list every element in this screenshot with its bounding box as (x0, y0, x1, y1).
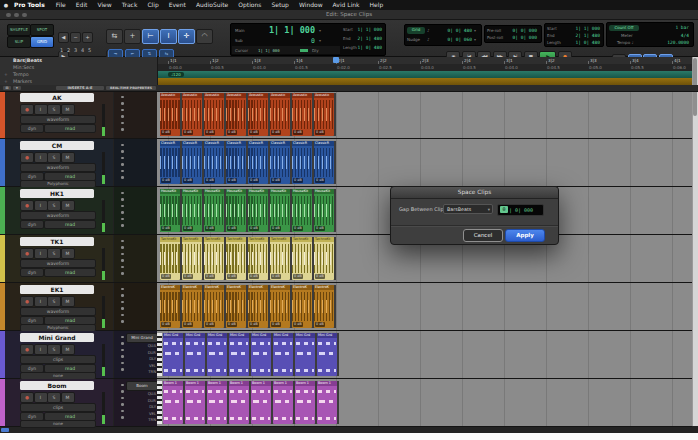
clip[interactable]: TechnoKt0 dB (292, 237, 312, 280)
track-input-button[interactable]: I (34, 296, 48, 307)
clip-gain-badge[interactable]: 0 dB (249, 130, 259, 135)
clip-gain-badge[interactable]: 0 dB (315, 226, 325, 231)
clip[interactable]: Acoustic0 dB (182, 93, 202, 136)
mode-grid-button[interactable]: GRID (30, 36, 54, 48)
apple-menu-icon[interactable]: ● (0, 0, 12, 10)
track-input-button[interactable]: I (34, 248, 48, 259)
insert-slot-dot[interactable] (121, 122, 124, 125)
insert-slot-dot[interactable] (121, 307, 124, 310)
clip[interactable]: ElectroK0 dB (160, 285, 180, 328)
clip-gain-badge[interactable]: 0 dB (183, 322, 193, 327)
track-extra-selector[interactable]: none (20, 420, 96, 428)
clip[interactable]: HouseKit0 dB (204, 189, 224, 232)
clip-gain-badge[interactable]: 0 dB (161, 226, 171, 231)
clip-gain-badge[interactable]: 0 dB (205, 178, 215, 183)
menu-setup[interactable]: Setup (266, 0, 293, 10)
zoom-preset-5[interactable]: 5 (86, 47, 93, 53)
clip[interactable]: ElectroK0 dB (226, 285, 246, 328)
clip[interactable]: HouseKit0 dB (314, 189, 334, 232)
track-automation-selector[interactable]: read (44, 268, 96, 278)
track-mute-button[interactable]: M (61, 392, 75, 403)
insert-slot-dot[interactable] (121, 109, 124, 112)
nudge-value[interactable]: 0| 0| 060 (439, 37, 472, 42)
clip[interactable]: HouseKit0 dB (226, 189, 246, 232)
insert-slot-dot[interactable] (121, 384, 124, 387)
insert-slot-dot[interactable] (121, 128, 124, 131)
clip-gain-badge[interactable]: 0 dB (249, 226, 259, 231)
clip[interactable]: Mini Grd (185, 333, 205, 376)
clip-gain-badge[interactable]: 0 dB (315, 130, 325, 135)
zoom-preset-3[interactable]: 3 (72, 47, 79, 53)
clip-gain-badge[interactable]: 0 dB (183, 130, 193, 135)
clip-gain-badge[interactable]: 0 dB (293, 130, 303, 135)
track-record-button[interactable]: ● (20, 296, 34, 307)
track-name[interactable]: EK1 (20, 285, 94, 294)
insert-slot-dot[interactable] (121, 403, 124, 406)
insert-slot-dot[interactable] (121, 150, 124, 153)
clip[interactable]: TechnoKt0 dB (270, 237, 290, 280)
clip[interactable]: ClassicR0 dB (160, 141, 180, 184)
insert-plugin-chip[interactable]: Mini Grand (126, 333, 158, 343)
clip-gain-badge[interactable]: 0 dB (227, 226, 237, 231)
grid-dropdown-icon[interactable]: ▾ (474, 28, 476, 33)
clip[interactable]: Boom 1 (251, 381, 271, 424)
zoom-preset-2[interactable]: 2 (65, 47, 72, 53)
track-lane[interactable]: Boom 1Boom 1Boom 1Boom 1Boom 1Boom 1Boom… (157, 379, 692, 426)
clip[interactable]: Acoustic0 dB (292, 93, 312, 136)
clip-gain-badge[interactable]: 0 dB (161, 274, 171, 279)
track-lane[interactable]: Mini GrdMini GrdMini GrdMini GrdMini Grd… (157, 331, 692, 378)
track-solo-button[interactable]: S (47, 248, 61, 259)
clip[interactable]: Mini Grd (229, 333, 249, 376)
track-view-selector[interactable]: clips (20, 403, 96, 413)
clip[interactable]: Boom 1 (273, 381, 293, 424)
mode-shuffle-button[interactable]: SHUFFLE (7, 24, 31, 36)
clip-gain-badge[interactable]: 0 dB (293, 274, 303, 279)
clip[interactable]: Mini Grd (207, 333, 227, 376)
menu-track[interactable]: Track (117, 0, 143, 10)
track-view-selector[interactable]: waveform (20, 115, 96, 125)
track-solo-button[interactable]: S (47, 344, 61, 355)
clip[interactable]: HouseKit0 dB (160, 189, 180, 232)
insert-slot-dot[interactable] (121, 218, 124, 221)
track-lane[interactable]: ClassicR0 dBClassicR0 dBClassicR0 dBClas… (157, 139, 692, 186)
view-dropdown-icon[interactable]: ▾ (13, 86, 21, 91)
clip[interactable]: ClassicR0 dB (226, 141, 246, 184)
tempo-event-marker[interactable]: ♩120 (168, 72, 184, 77)
insert-slot-dot[interactable] (121, 410, 124, 413)
tempo-value[interactable]: 120.0000 (649, 40, 689, 45)
clip-gain-badge[interactable]: 0 dB (227, 130, 237, 135)
clip-gain-badge[interactable]: 0 dB (227, 178, 237, 183)
menu-audiosuite[interactable]: AudioSuite (191, 0, 233, 10)
clip-gain-badge[interactable]: 0 dB (293, 178, 303, 183)
clip[interactable]: Boom 1 (163, 381, 183, 424)
track-dyn-selector[interactable]: dyn (20, 220, 44, 230)
insert-plugin-chip[interactable]: Boom (126, 381, 158, 391)
track-mute-button[interactable]: M (61, 296, 75, 307)
cancel-button[interactable]: Cancel (463, 229, 503, 242)
clip[interactable]: ElectroK0 dB (248, 285, 268, 328)
clip-gain-badge[interactable]: 0 dB (271, 178, 281, 183)
clip[interactable]: ClassicR0 dB (204, 141, 224, 184)
gap-value-field[interactable]: 0 | 0| 000 (497, 204, 544, 216)
track-name[interactable]: Mini Grand (20, 333, 94, 342)
clip-gain-badge[interactable]: 0 dB (271, 274, 281, 279)
ruler-bars-label[interactable]: Bars|Beats (13, 58, 42, 63)
clip-gain-badge[interactable]: 0 dB (205, 130, 215, 135)
clip[interactable]: Acoustic0 dB (248, 93, 268, 136)
clip-gain-badge[interactable]: 0 dB (249, 274, 259, 279)
ruler-tempo-label[interactable]: Tempo (13, 72, 29, 77)
insert-slot-dot[interactable] (121, 288, 124, 291)
insert-slot-dot[interactable] (121, 176, 124, 179)
edit-window-view-icon[interactable]: ⊞ (3, 86, 11, 91)
clip[interactable]: ClassicR0 dB (248, 141, 268, 184)
clip[interactable]: HouseKit0 dB (248, 189, 268, 232)
insert-slot-dot[interactable] (121, 272, 124, 275)
insert-slot-dot[interactable] (121, 362, 124, 365)
insert-slot-dot[interactable] (121, 163, 124, 166)
track-name[interactable]: CM (20, 141, 94, 150)
menu-window[interactable]: Window (294, 0, 328, 10)
ruler-minsecs-label[interactable]: Min:Secs (13, 65, 34, 70)
track-input-button[interactable]: I (34, 200, 48, 211)
track-view-selector[interactable]: waveform (20, 259, 96, 269)
count-off-button[interactable]: Count Off (609, 25, 639, 31)
